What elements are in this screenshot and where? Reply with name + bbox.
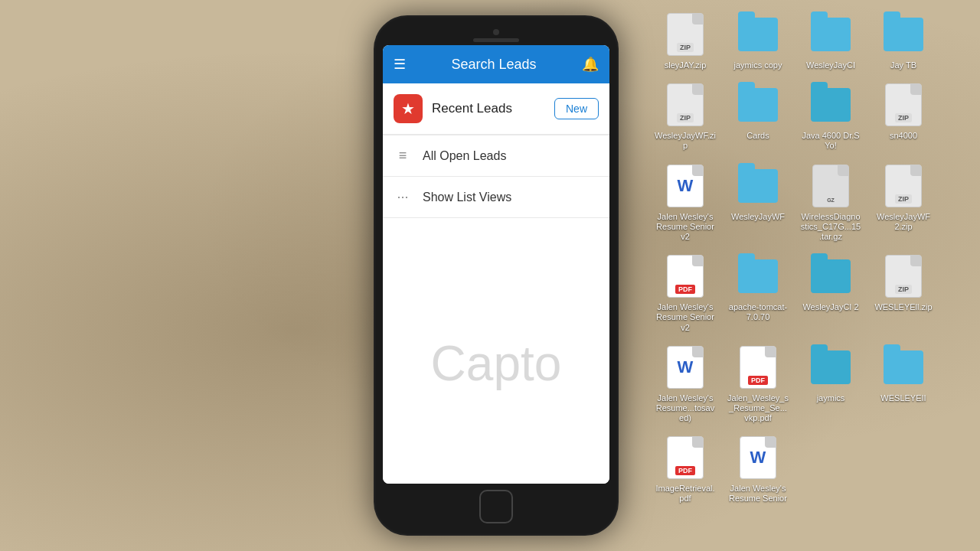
file-icon-jay-tb[interactable]: Jay TB xyxy=(869,8,938,74)
file-icon-wesleyjayci-2[interactable]: WesleyJayCI 2 xyxy=(796,249,865,337)
desktop-file-icons: ZIP sleyJAY.zip jaymics copy WesleyJayCI… xyxy=(643,0,980,551)
phone-camera xyxy=(493,29,499,35)
show-list-views-item[interactable]: ··· Show List Views xyxy=(383,177,609,218)
recent-leads-row: ★ Recent Leads New xyxy=(383,83,609,135)
file-icon-jalen-resume-pdf[interactable]: PDF Jalen_Wesley_s_Resume_Se...vkp.pdf xyxy=(724,341,792,428)
all-open-leads-item[interactable]: ≡ All Open Leads xyxy=(383,135,609,177)
file-icon-cards[interactable]: Cards xyxy=(724,78,792,155)
file-icon-wesleyeii-folder[interactable]: WESLEYEII xyxy=(869,341,938,428)
home-button[interactable] xyxy=(479,490,513,523)
file-icon-wesleyeii-zip[interactable]: ZIP WESLEYEll.zip xyxy=(869,249,938,337)
file-icon-wesleyjay-wf-folder[interactable]: WesleyJayWF xyxy=(724,159,792,246)
star-icon: ★ xyxy=(401,99,415,118)
file-icon-wesleyjay-zip[interactable]: ZIP sleyJAY.zip xyxy=(651,8,720,74)
menu-icon[interactable]: ☰ xyxy=(394,56,406,73)
file-icon-image-retrieval[interactable]: PDF ImageRetrieval.pdf xyxy=(651,431,720,507)
file-icon-wesleyjay-wf2[interactable]: ZIP WesleyJayWF 2.zip xyxy=(869,159,938,246)
dots-icon: ··· xyxy=(394,189,412,205)
new-button[interactable]: New xyxy=(554,98,599,119)
file-icon-jaymics-copy[interactable]: jaymics copy xyxy=(724,8,792,74)
file-icon-jaymics-folder[interactable]: jaymics xyxy=(796,341,865,428)
file-icon-wesleyjayci[interactable]: WesleyJayCI xyxy=(796,8,865,74)
file-icon-sn4000[interactable]: ZIP sn4000 xyxy=(869,78,938,155)
phone-top-bar xyxy=(383,24,609,45)
star-badge: ★ xyxy=(394,94,423,123)
phone-bottom xyxy=(383,484,609,527)
app-header: ☰ Search Leads 🔔 xyxy=(383,45,609,83)
phone-speaker xyxy=(473,38,519,42)
file-icon-java-4600[interactable]: Java 4600 Dr.S Yo! xyxy=(796,78,865,155)
watermark: Capto xyxy=(431,335,562,392)
phone-body: ☰ Search Leads 🔔 ★ Recent Leads New xyxy=(374,15,619,536)
phone-mockup: ☰ Search Leads 🔔 ★ Recent Leads New xyxy=(366,0,626,551)
app-content: ★ Recent Leads New ≡ All Open Leads ··· … xyxy=(383,83,609,484)
file-icon-resume-tosaved[interactable]: W Jalen Wesley's Resume...tosaved) xyxy=(651,341,720,428)
file-icon-wireless-diag[interactable]: GZ WirelessDiagnostics_C17G...15.tar.gz xyxy=(796,159,865,246)
file-icon-resume-senior-3[interactable]: W Jalen Wesley's Resume Senior xyxy=(724,431,792,507)
search-leads-title: Search Leads xyxy=(413,57,574,73)
file-icon-apache-tomcat[interactable]: apache-tomcat-7.0.70 xyxy=(724,249,792,337)
all-open-leads-label: All Open Leads xyxy=(423,149,506,163)
file-icon-resume-word-1[interactable]: W Jalen Wesley's Resume Senior v2 xyxy=(651,159,720,246)
notification-bell-icon[interactable]: 🔔 xyxy=(582,56,599,73)
show-list-views-label: Show List Views xyxy=(423,191,511,204)
recent-leads-label: Recent Leads xyxy=(432,101,545,116)
list-lines-icon: ≡ xyxy=(394,148,412,164)
phone-screen: ☰ Search Leads 🔔 ★ Recent Leads New xyxy=(383,45,609,484)
file-icon-wesleyjay-wf-zip[interactable]: ZIP WesleyJayWF.zip xyxy=(651,78,720,155)
file-icon-resume-pdf-1[interactable]: PDF Jalen Wesley's Resume Senior v2 xyxy=(651,249,720,337)
